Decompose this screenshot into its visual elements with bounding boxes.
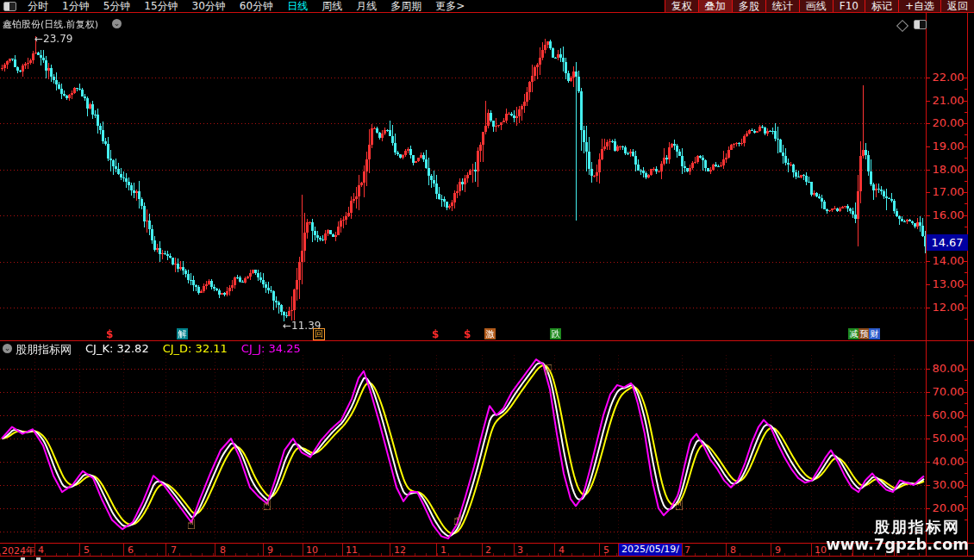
month-separator: [771, 544, 771, 556]
axis-tick-minor: [965, 89, 967, 90]
month-label-9: 9: [267, 544, 273, 556]
hand-down-icon: ☝: [544, 361, 553, 378]
month-label-5: 5: [603, 544, 609, 556]
menu-item-F10[interactable]: F10: [833, 0, 865, 12]
menu-item-60分钟[interactable]: 60分钟: [233, 0, 280, 12]
axis-tick: [926, 146, 930, 147]
event-marker-财[interactable]: 财: [869, 328, 880, 339]
axis-tick: [963, 485, 967, 486]
axis-tick: [963, 369, 967, 370]
month-separator: [599, 544, 600, 556]
month-separator: [215, 544, 215, 556]
axis-tick: [926, 485, 930, 486]
menu-item-画线[interactable]: 画线: [799, 0, 833, 12]
axis-tick: [963, 462, 967, 463]
axis-tick: [926, 261, 930, 262]
cjj-value: CJ_J: 34.25: [241, 342, 301, 354]
month-separator: [554, 544, 555, 556]
month-label-7: 7: [684, 544, 690, 556]
menu-item-日线[interactable]: 日线: [280, 0, 315, 12]
event-marker-解[interactable]: 解: [177, 328, 188, 339]
axis-tick: [963, 78, 967, 78]
month-separator: [811, 544, 812, 556]
event-marker-$[interactable]: $: [106, 328, 113, 340]
axis-tick: [926, 462, 930, 463]
menu-item-多周期[interactable]: 多周期: [384, 0, 428, 12]
axis-tick: [926, 392, 930, 393]
cjk-value: CJ_K: 32.82: [85, 342, 149, 354]
right-edge-line: [967, 13, 968, 560]
month-separator: [682, 544, 683, 556]
axis-label-70.00: 70.00: [929, 385, 967, 398]
axis-label-18.00: 18.00: [929, 163, 967, 176]
axis-tick-minor: [965, 203, 967, 204]
menu-item-多股[interactable]: 多股: [732, 0, 765, 12]
date-cursor-box: 2025/05/19/一: [619, 544, 682, 556]
tools-menu: 复权叠加多股统计画线F10标记+自选返回: [665, 0, 974, 12]
month-separator: [303, 544, 303, 556]
axis-tick: [926, 192, 930, 193]
menu-item-分时[interactable]: 分时: [21, 0, 55, 12]
axis-label-40.00: 40.00: [929, 455, 967, 468]
month-label-1: 1: [440, 544, 446, 556]
event-marker-回[interactable]: 回: [313, 328, 325, 340]
indicator-canvas[interactable]: [0, 355, 926, 541]
month-separator: [726, 544, 727, 556]
chevron-down-icon[interactable]: ⌄: [112, 19, 122, 28]
axis-tick: [963, 101, 967, 102]
axis-tick-minor: [965, 296, 967, 296]
axis-tick: [963, 261, 967, 262]
axis-label-20.00: 20.00: [929, 501, 967, 514]
event-marker-跌[interactable]: 跌: [550, 328, 561, 339]
month-label-4: 4: [38, 544, 44, 556]
axis-label-50.00: 50.00: [929, 432, 967, 445]
hand-up-icon: ☝: [187, 515, 196, 532]
axis-tick-minor: [965, 181, 967, 182]
menu-item-统计[interactable]: 统计: [765, 0, 799, 12]
month-separator: [34, 544, 35, 556]
axis-tick: [926, 369, 930, 370]
layout-icon[interactable]: [3, 2, 16, 11]
pane-layout-icon[interactable]: [914, 20, 927, 29]
menu-item-1分钟[interactable]: 1分钟: [55, 0, 97, 12]
last-price-tag: 14.67: [927, 234, 968, 251]
axis-tick: [926, 170, 930, 171]
axis-label-14.00: 14.00: [929, 254, 967, 267]
menu-item-月线[interactable]: 月线: [349, 0, 384, 12]
axis-tick: [963, 170, 967, 171]
month-separator: [436, 544, 437, 556]
menu-item-叠加[interactable]: 叠加: [698, 0, 732, 12]
axis-tick-minor: [965, 520, 967, 520]
main-chart-canvas[interactable]: [0, 13, 926, 340]
month-separator: [482, 544, 483, 556]
indicator-source[interactable]: 股朋指标网: [16, 342, 72, 354]
month-label-11: 11: [346, 544, 358, 556]
axis-tick-minor: [965, 380, 967, 381]
event-marker-激[interactable]: 激: [484, 328, 496, 339]
axis-label-17.00: 17.00: [929, 185, 967, 198]
menu-item-周线[interactable]: 周线: [315, 0, 349, 12]
menu-item-更多>[interactable]: 更多>: [428, 0, 471, 12]
month-label-10: 10: [815, 544, 827, 556]
axis-tick: [926, 308, 930, 308]
menu-item-5分钟[interactable]: 5分钟: [97, 0, 138, 12]
event-marker-$[interactable]: $: [432, 328, 439, 340]
month-label-12: 12: [394, 544, 406, 556]
axis-tick: [963, 215, 967, 216]
axis-tick-minor: [965, 227, 967, 227]
menu-item-返回[interactable]: 返回: [940, 0, 974, 12]
menu-item-标记[interactable]: 标记: [865, 0, 898, 12]
month-label-7: 7: [171, 544, 177, 556]
month-label-6: 6: [128, 544, 134, 556]
menu-item-复权[interactable]: 复权: [665, 0, 698, 12]
axis-label-20.00: 20.00: [929, 116, 967, 129]
axis-tick-minor: [965, 158, 967, 159]
menu-item-+自选[interactable]: +自选: [898, 0, 940, 12]
axis-tick-minor: [965, 403, 967, 404]
menu-item-15分钟[interactable]: 15分钟: [137, 0, 184, 12]
event-marker-$[interactable]: $: [464, 328, 471, 340]
month-separator: [123, 544, 124, 556]
axis-tick: [963, 284, 967, 285]
menu-item-30分钟[interactable]: 30分钟: [185, 0, 233, 12]
chevron-down-icon[interactable]: ⌄: [3, 344, 12, 353]
